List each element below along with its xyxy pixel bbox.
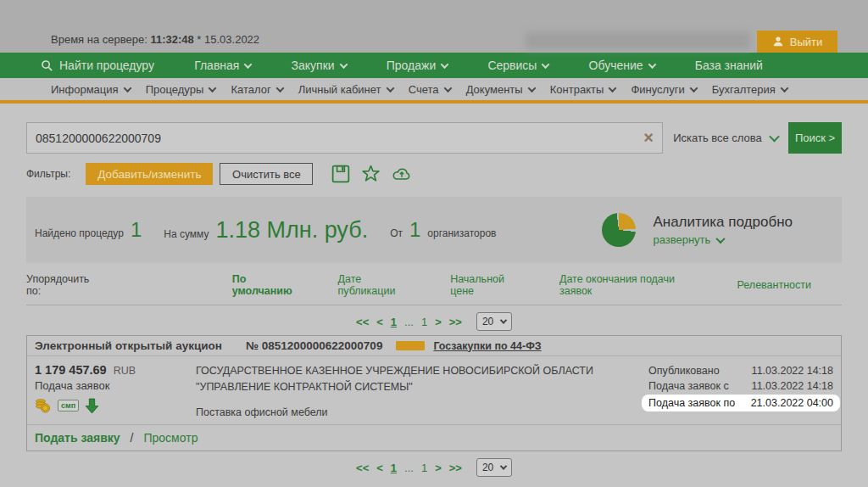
clear-filters-button[interactable]: Очистить все	[220, 163, 313, 185]
find-procedure-button[interactable]: Найти процедуру	[41, 59, 154, 72]
search-row: × Искать все слова Поиск >	[26, 122, 842, 154]
sub-navigation: Информация Процедуры Каталог Личный каби…	[0, 78, 868, 104]
from-label: От	[390, 227, 403, 239]
nav-item-sales[interactable]: Продажи	[387, 59, 448, 72]
nav-item-knowledge-base[interactable]: База знаний	[695, 59, 763, 72]
sort-option-default[interactable]: По умолчанию	[232, 273, 308, 297]
subnav-label: Личный кабинет	[298, 83, 381, 96]
pagination-bottom: << < 1 ... 1 > >> 20	[26, 457, 842, 478]
procedure-card: Электронный открытый аукцион № 085120000…	[26, 335, 842, 451]
subnav-item-personal-cabinet[interactable]: Личный кабинет	[298, 83, 393, 96]
subnav-item-accounts[interactable]: Счета	[409, 83, 451, 96]
badge-row: смп	[35, 397, 196, 414]
main-navigation: Найти процедуру Главная Закупки Продажи …	[0, 53, 868, 78]
nav-item-purchases[interactable]: Закупки	[292, 59, 347, 72]
find-procedure-label: Найти процедуру	[59, 59, 154, 72]
page-next-button[interactable]: >	[435, 316, 442, 328]
procedure-subject: Поставка офисной мебели	[196, 405, 632, 421]
law-link[interactable]: Госзакупки по 44-ФЗ	[433, 340, 541, 352]
search-box: ×	[26, 122, 663, 154]
procedure-card-header: Электронный открытый аукцион № 085120000…	[27, 336, 841, 356]
user-name-redacted	[526, 32, 750, 49]
subnav-item-contracts[interactable]: Контракты	[550, 83, 616, 96]
sort-row: Упорядочить по: По умолчанию Дате публик…	[26, 273, 842, 305]
subnav-label: Контракты	[550, 83, 604, 96]
subnav-label: Финуслуги	[631, 83, 684, 96]
page-current[interactable]: 1	[391, 462, 397, 474]
page-last-button[interactable]: >>	[449, 462, 462, 474]
page-first-button[interactable]: <<	[356, 316, 369, 328]
content-area: × Искать все слова Поиск > Фильтры: Доба…	[0, 104, 868, 487]
nav-label: База знаний	[695, 59, 763, 72]
logout-button[interactable]: Выйти	[757, 31, 837, 53]
date-row-published: Опубликовано 11.03.2022 14:18	[648, 363, 833, 378]
chevron-down-icon	[386, 84, 394, 92]
subnav-item-procedures[interactable]: Процедуры	[146, 83, 216, 96]
page-prev-button[interactable]: <	[376, 462, 383, 474]
sort-option-end-date[interactable]: Дате окончания подачи заявок	[559, 273, 707, 297]
page-first-button[interactable]: <<	[356, 462, 369, 474]
page-last-button[interactable]: >>	[449, 316, 462, 328]
search-mode-dropdown[interactable]: Искать все слова	[663, 122, 788, 154]
subnav-label: Документы	[466, 83, 523, 96]
procedure-card-body: 1 179 457.69 RUB Подача заявок смп ГОСУД…	[27, 356, 841, 424]
sort-option-initial-price[interactable]: Начальной цене	[450, 273, 529, 297]
cloud-upload-icon[interactable]	[392, 165, 412, 182]
nav-item-training[interactable]: Обучение	[589, 59, 655, 72]
page-last-number[interactable]: 1	[421, 316, 427, 328]
chevron-down-icon	[527, 84, 536, 92]
subnav-item-documents[interactable]: Документы	[466, 83, 535, 96]
subnav-label: Бухгалтерия	[712, 83, 776, 96]
save-icon[interactable]	[331, 165, 350, 183]
smp-badge: смп	[58, 400, 79, 411]
pagination-top: << < 1 ... 1 > >> 20	[26, 311, 842, 332]
date-value: 21.03.2022 04:00	[751, 396, 833, 410]
chevron-down-icon	[500, 316, 507, 323]
page-last-number[interactable]: 1	[421, 462, 427, 474]
chevron-down-icon	[275, 84, 284, 92]
subnav-label: Информация	[51, 83, 119, 96]
subnav-item-catalog[interactable]: Каталог	[231, 83, 282, 96]
view-link[interactable]: Просмотр	[143, 431, 198, 445]
subnav-item-finservices[interactable]: Финуслуги	[631, 83, 696, 96]
nav-label: Обучение	[589, 59, 643, 72]
procedure-type: Электронный открытый аукцион	[35, 339, 222, 352]
sum-value: 1.18 Млн. руб.	[215, 217, 368, 244]
nav-label: Главная	[194, 59, 239, 72]
favorite-star-icon[interactable]	[361, 165, 381, 183]
procedure-price: 1 179 457.69	[35, 363, 107, 377]
subnav-item-accounting[interactable]: Бухгалтерия	[712, 83, 787, 96]
submit-application-link[interactable]: Подать заявку	[35, 431, 120, 445]
server-time: Время на сервере: 11:32:48 * 15.03.2022	[51, 33, 259, 46]
page-prev-button[interactable]: <	[376, 316, 383, 328]
analytics-expand-link[interactable]: развернуть	[653, 233, 793, 246]
date-row-deadline-highlighted: Подача заявок по 21.03.2022 04:00	[642, 395, 840, 411]
page-next-button[interactable]: >	[435, 462, 442, 474]
search-input[interactable]	[27, 132, 662, 145]
page-current[interactable]: 1	[391, 316, 397, 328]
procedure-currency: RUB	[114, 365, 136, 377]
nav-item-home[interactable]: Главная	[194, 59, 251, 72]
organizers-stat: От 1 организаторов	[390, 218, 496, 242]
subnav-item-information[interactable]: Информация	[51, 83, 131, 96]
analytics-title: Аналитика подробно	[653, 214, 793, 231]
filters-row: Фильтры: Добавить/изменить Очистить все	[26, 163, 842, 185]
procedure-card-footer: Подать заявку / Просмотр	[27, 424, 841, 451]
chevron-down-icon	[209, 84, 217, 92]
chevron-down-icon	[716, 233, 726, 243]
chevron-down-icon	[609, 84, 617, 92]
chevron-down-icon	[500, 462, 507, 469]
down-arrow-icon	[85, 398, 99, 414]
nav-item-services[interactable]: Сервисы	[487, 59, 548, 72]
sum-stat: На сумму 1.18 Млн. руб.	[164, 217, 368, 244]
page-size-select[interactable]: 20	[476, 312, 512, 331]
sort-option-relevance[interactable]: Релевантности	[737, 279, 811, 291]
page-size-select[interactable]: 20	[476, 458, 512, 477]
sort-option-publication-date[interactable]: Дате публикации	[338, 273, 420, 297]
chevron-down-icon	[648, 60, 656, 69]
law-badge-icon	[396, 341, 425, 350]
search-submit-button[interactable]: Поиск >	[788, 122, 842, 154]
add-filter-button[interactable]: Добавить/изменить	[86, 163, 213, 185]
subnav-label: Процедуры	[146, 83, 204, 96]
clear-search-icon[interactable]: ×	[643, 126, 654, 148]
